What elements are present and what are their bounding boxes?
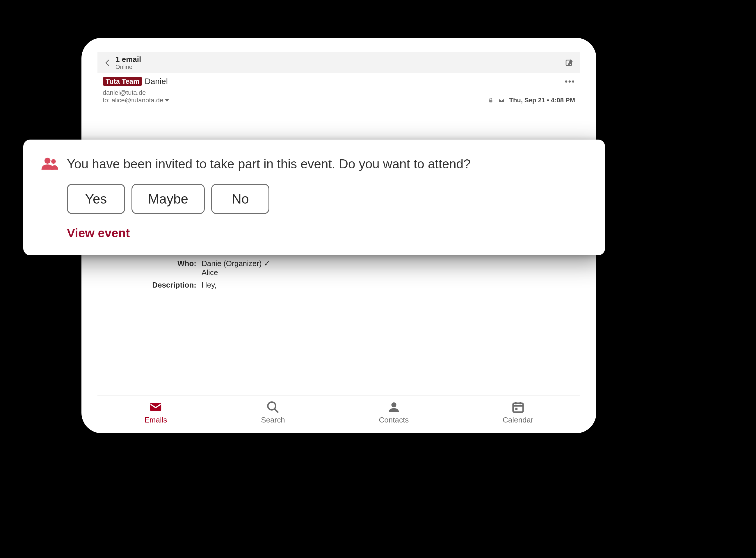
svg-point-5 [391, 402, 396, 407]
svg-rect-6 [513, 403, 523, 412]
more-menu-button[interactable]: ••• [565, 77, 575, 86]
meta-date: Thu, Sep 21 • 4:08 PM [509, 97, 575, 104]
header-subtitle: Online [116, 64, 141, 70]
header-title: 1 email [116, 55, 141, 64]
header-title-block: 1 email Online [116, 55, 141, 71]
detail-label: Description: [103, 281, 202, 289]
tab-contacts[interactable]: Contacts [379, 400, 409, 425]
detail-value: Hey, [202, 281, 217, 289]
chevron-left-icon [104, 59, 112, 67]
header-bar: 1 email Online [97, 52, 580, 73]
svg-rect-1 [489, 100, 493, 102]
svg-point-11 [45, 158, 51, 164]
tab-search[interactable]: Search [261, 400, 285, 425]
email-meta: daniel@tuta.de to: alice@tutanota.de Thu… [97, 87, 580, 107]
svg-line-4 [275, 409, 278, 412]
who-line-2: Alice [202, 268, 270, 277]
back-button[interactable] [103, 58, 112, 68]
tab-label: Contacts [379, 415, 409, 425]
detail-row-who: Who: Danie (Organizer) ✓ Alice [103, 257, 575, 279]
chevron-down-icon [165, 99, 169, 102]
meta-to-row[interactable]: to: alice@tutanota.de [103, 97, 169, 104]
meta-from: daniel@tuta.de [103, 89, 575, 97]
tab-calendar[interactable]: Calendar [503, 400, 533, 425]
tab-label: Emails [144, 415, 167, 425]
event-invite-overlay: You have been invited to take part in th… [23, 140, 605, 255]
tab-label: Search [261, 415, 285, 425]
lock-icon [487, 97, 494, 103]
response-maybe-button[interactable]: Maybe [131, 184, 205, 214]
response-buttons: Yes Maybe No [67, 184, 587, 214]
view-event-link[interactable]: View event [67, 226, 587, 240]
detail-label: Who: [103, 259, 202, 277]
tab-label: Calendar [503, 415, 533, 425]
svg-rect-10 [515, 408, 518, 410]
person-icon [387, 400, 401, 414]
response-no-button[interactable]: No [211, 184, 269, 214]
svg-point-12 [51, 159, 56, 164]
bottom-tabbar: Emails Search Contacts [97, 396, 580, 425]
inbox-icon [498, 97, 505, 104]
detail-value: Danie (Organizer) ✓ Alice [202, 259, 270, 277]
sender-badge: Tuta Team [103, 77, 142, 86]
who-line-1: Danie (Organizer) ✓ [202, 259, 270, 268]
sender-row: Tuta Team Daniel ••• [97, 73, 580, 87]
compose-button[interactable] [564, 57, 575, 68]
detail-row-description: Description: Hey, [103, 279, 575, 291]
meta-to-address: alice@tutanota.de [111, 97, 163, 104]
meta-to-prefix: to: [103, 97, 110, 104]
calendar-icon [511, 400, 525, 414]
search-icon [266, 400, 280, 414]
compose-icon [565, 58, 574, 68]
people-icon [41, 155, 59, 173]
response-yes-button[interactable]: Yes [67, 184, 125, 214]
mail-icon [149, 400, 162, 414]
tab-emails[interactable]: Emails [144, 400, 167, 425]
sender-name: Daniel [145, 77, 168, 86]
invite-question: You have been invited to take part in th… [67, 156, 471, 172]
